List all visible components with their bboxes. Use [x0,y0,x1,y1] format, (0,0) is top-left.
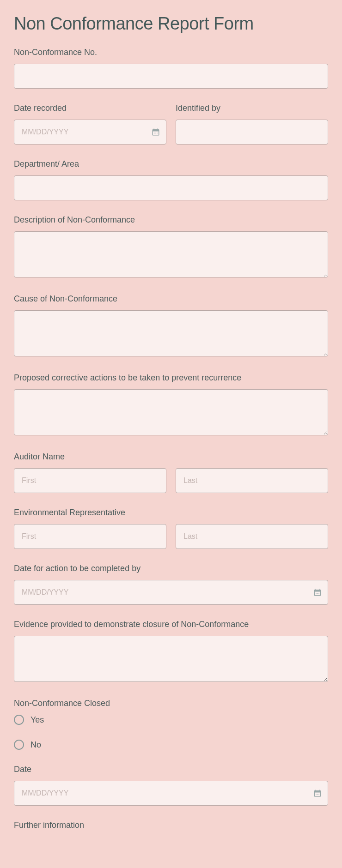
input-auditor-last[interactable] [176,468,328,493]
input-date-recorded[interactable] [14,120,166,145]
radio-circle-icon [14,715,24,725]
field-department: Department/ Area [14,159,328,200]
label-description: Description of Non-Conformance [14,215,328,225]
field-auditor-name: Auditor Name [14,452,328,493]
input-auditor-first[interactable] [14,468,166,493]
label-cause: Cause of Non-Conformance [14,294,328,304]
label-evidence: Evidence provided to demonstrate closure… [14,620,328,629]
field-date-recorded: Date recorded [14,103,166,145]
field-date: Date [14,765,328,806]
radio-label-yes: Yes [31,715,44,725]
radio-option-yes[interactable]: Yes [14,715,328,725]
field-closed: Non-Conformance Closed Yes No [14,699,328,750]
input-identified-by[interactable] [176,120,328,145]
field-identified-by: Identified by [176,103,328,145]
input-nc-number[interactable] [14,64,328,89]
textarea-cause[interactable] [14,310,328,356]
input-envrep-first[interactable] [14,524,166,549]
label-closed: Non-Conformance Closed [14,699,328,708]
field-description: Description of Non-Conformance [14,215,328,279]
input-envrep-last[interactable] [176,524,328,549]
textarea-evidence[interactable] [14,636,328,682]
radio-option-no[interactable]: No [14,740,328,750]
field-env-rep: Environmental Representative [14,508,328,549]
label-department: Department/ Area [14,159,328,169]
input-action-date[interactable] [14,580,328,605]
page-title: Non Conformance Report Form [14,14,328,34]
field-evidence: Evidence provided to demonstrate closure… [14,620,328,684]
field-further-info: Further information [14,820,328,830]
label-auditor-name: Auditor Name [14,452,328,462]
textarea-description[interactable] [14,231,328,277]
field-cause: Cause of Non-Conformance [14,294,328,358]
label-action-date: Date for action to be completed by [14,564,328,573]
label-further-info: Further information [14,820,328,830]
field-action-date: Date for action to be completed by [14,564,328,605]
field-proposed-actions: Proposed corrective actions to be taken … [14,373,328,437]
label-date: Date [14,765,328,774]
textarea-proposed-actions[interactable] [14,389,328,435]
label-identified-by: Identified by [176,103,328,113]
label-env-rep: Environmental Representative [14,508,328,518]
radio-label-no: No [31,740,41,750]
input-department[interactable] [14,175,328,200]
radio-circle-icon [14,740,24,750]
input-date[interactable] [14,781,328,806]
label-nc-number: Non-Conformance No. [14,48,328,57]
label-date-recorded: Date recorded [14,103,166,113]
label-proposed-actions: Proposed corrective actions to be taken … [14,373,328,383]
field-nc-number: Non-Conformance No. [14,48,328,89]
